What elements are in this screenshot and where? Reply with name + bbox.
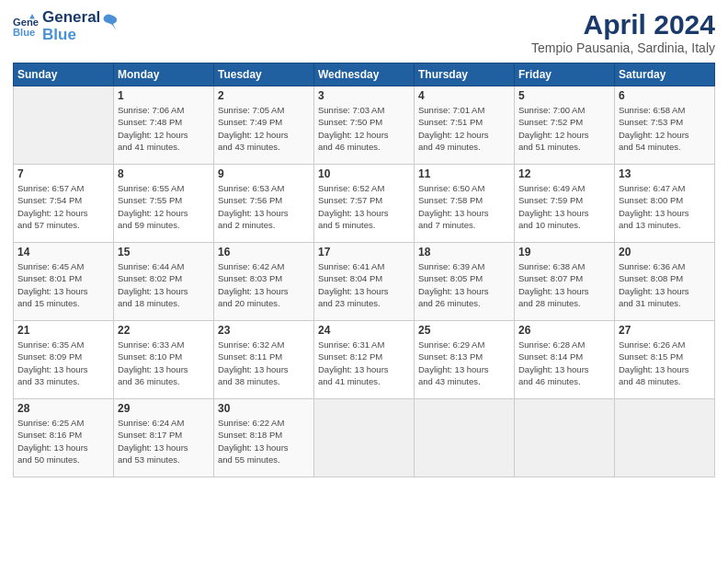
weekday-monday: Monday: [114, 63, 214, 86]
day-number: 4: [418, 89, 510, 102]
calendar-week-3: 14Sunrise: 6:45 AM Sunset: 8:01 PM Dayli…: [14, 243, 715, 321]
calendar-cell: 4Sunrise: 7:01 AM Sunset: 7:51 PM Daylig…: [415, 86, 515, 165]
calendar-cell: 27Sunrise: 6:26 AM Sunset: 8:15 PM Dayli…: [615, 321, 715, 399]
day-info: Sunrise: 7:05 AM Sunset: 7:49 PM Dayligh…: [218, 104, 310, 153]
day-info: Sunrise: 6:26 AM Sunset: 8:15 PM Dayligh…: [619, 339, 711, 387]
day-number: 21: [17, 324, 109, 337]
day-info: Sunrise: 6:33 AM Sunset: 8:10 PM Dayligh…: [118, 339, 210, 387]
day-number: 10: [318, 167, 410, 180]
day-number: 20: [619, 246, 711, 259]
calendar-cell: 7Sunrise: 6:57 AM Sunset: 7:54 PM Daylig…: [14, 165, 114, 243]
svg-text:General: General: [13, 16, 39, 27]
svg-text:Blue: Blue: [13, 26, 35, 37]
calendar-cell: 11Sunrise: 6:50 AM Sunset: 7:58 PM Dayli…: [415, 165, 515, 243]
day-number: 27: [619, 324, 711, 337]
weekday-header-row: SundayMondayTuesdayWednesdayThursdayFrid…: [14, 63, 715, 86]
calendar-week-4: 21Sunrise: 6:35 AM Sunset: 8:09 PM Dayli…: [14, 321, 715, 399]
day-number: 12: [518, 167, 610, 180]
day-number: 13: [619, 167, 711, 180]
logo-line1: General: [42, 9, 100, 27]
calendar-cell: 18Sunrise: 6:39 AM Sunset: 8:05 PM Dayli…: [415, 243, 515, 321]
page-header: General Blue General Blue April 2024 Tem…: [13, 9, 715, 55]
weekday-saturday: Saturday: [615, 63, 715, 86]
logo-bird-icon: [102, 13, 119, 33]
day-number: 22: [118, 324, 210, 337]
day-info: Sunrise: 6:25 AM Sunset: 8:16 PM Dayligh…: [17, 417, 109, 465]
calendar-cell: 3Sunrise: 7:03 AM Sunset: 7:50 PM Daylig…: [314, 86, 415, 165]
calendar-cell: 1Sunrise: 7:06 AM Sunset: 7:48 PM Daylig…: [114, 86, 214, 165]
calendar-cell: 2Sunrise: 7:05 AM Sunset: 7:49 PM Daylig…: [214, 86, 314, 165]
day-info: Sunrise: 6:29 AM Sunset: 8:13 PM Dayligh…: [418, 339, 510, 387]
calendar-cell: 15Sunrise: 6:44 AM Sunset: 8:02 PM Dayli…: [114, 243, 214, 321]
calendar-cell: 12Sunrise: 6:49 AM Sunset: 7:59 PM Dayli…: [515, 165, 615, 243]
day-number: 23: [218, 324, 310, 337]
day-number: 18: [418, 246, 510, 259]
day-info: Sunrise: 6:52 AM Sunset: 7:57 PM Dayligh…: [318, 182, 410, 231]
day-info: Sunrise: 6:28 AM Sunset: 8:14 PM Dayligh…: [518, 339, 610, 387]
calendar-table: SundayMondayTuesdayWednesdayThursdayFrid…: [13, 63, 715, 477]
day-number: 30: [218, 402, 310, 415]
calendar-cell: [314, 399, 415, 477]
calendar-week-1: 1Sunrise: 7:06 AM Sunset: 7:48 PM Daylig…: [14, 86, 715, 165]
calendar-cell: 20Sunrise: 6:36 AM Sunset: 8:08 PM Dayli…: [615, 243, 715, 321]
logo-icon: General Blue: [13, 14, 39, 40]
day-number: 1: [118, 89, 210, 102]
calendar-cell: 5Sunrise: 7:00 AM Sunset: 7:52 PM Daylig…: [515, 86, 615, 165]
logo: General Blue General Blue: [13, 9, 119, 43]
day-info: Sunrise: 6:45 AM Sunset: 8:01 PM Dayligh…: [17, 260, 109, 309]
day-number: 28: [17, 402, 109, 415]
day-info: Sunrise: 7:00 AM Sunset: 7:52 PM Dayligh…: [518, 104, 610, 153]
calendar-cell: [415, 399, 515, 477]
day-number: 9: [218, 167, 310, 180]
calendar-cell: [615, 399, 715, 477]
day-number: 5: [518, 89, 610, 102]
day-info: Sunrise: 6:44 AM Sunset: 8:02 PM Dayligh…: [118, 260, 210, 309]
day-info: Sunrise: 6:38 AM Sunset: 8:07 PM Dayligh…: [518, 260, 610, 309]
day-info: Sunrise: 6:41 AM Sunset: 8:04 PM Dayligh…: [318, 260, 410, 309]
day-number: 7: [17, 167, 109, 180]
day-number: 25: [418, 324, 510, 337]
day-number: 29: [118, 402, 210, 415]
title-block: April 2024 Tempio Pausania, Sardinia, It…: [531, 9, 715, 55]
weekday-friday: Friday: [515, 63, 615, 86]
calendar-cell: 13Sunrise: 6:47 AM Sunset: 8:00 PM Dayli…: [615, 165, 715, 243]
calendar-cell: 23Sunrise: 6:32 AM Sunset: 8:11 PM Dayli…: [214, 321, 314, 399]
day-number: 26: [518, 324, 610, 337]
day-number: 15: [118, 246, 210, 259]
day-number: 14: [17, 246, 109, 259]
day-info: Sunrise: 6:35 AM Sunset: 8:09 PM Dayligh…: [17, 339, 109, 387]
calendar-cell: 22Sunrise: 6:33 AM Sunset: 8:10 PM Dayli…: [114, 321, 214, 399]
calendar-cell: 19Sunrise: 6:38 AM Sunset: 8:07 PM Dayli…: [515, 243, 615, 321]
calendar-cell: [515, 399, 615, 477]
calendar-cell: 25Sunrise: 6:29 AM Sunset: 8:13 PM Dayli…: [415, 321, 515, 399]
day-info: Sunrise: 7:01 AM Sunset: 7:51 PM Dayligh…: [418, 104, 510, 153]
day-info: Sunrise: 6:24 AM Sunset: 8:17 PM Dayligh…: [118, 417, 210, 465]
day-info: Sunrise: 7:06 AM Sunset: 7:48 PM Dayligh…: [118, 104, 210, 153]
day-number: 17: [318, 246, 410, 259]
day-info: Sunrise: 6:42 AM Sunset: 8:03 PM Dayligh…: [218, 260, 310, 309]
day-info: Sunrise: 6:32 AM Sunset: 8:11 PM Dayligh…: [218, 339, 310, 387]
calendar-week-2: 7Sunrise: 6:57 AM Sunset: 7:54 PM Daylig…: [14, 165, 715, 243]
calendar-cell: 29Sunrise: 6:24 AM Sunset: 8:17 PM Dayli…: [114, 399, 214, 477]
day-info: Sunrise: 6:49 AM Sunset: 7:59 PM Dayligh…: [518, 182, 610, 231]
calendar-cell: 21Sunrise: 6:35 AM Sunset: 8:09 PM Dayli…: [14, 321, 114, 399]
day-number: 6: [619, 89, 711, 102]
day-info: Sunrise: 6:58 AM Sunset: 7:53 PM Dayligh…: [619, 104, 711, 153]
day-number: 3: [318, 89, 410, 102]
day-number: 19: [518, 246, 610, 259]
calendar-cell: 8Sunrise: 6:55 AM Sunset: 7:55 PM Daylig…: [114, 165, 214, 243]
weekday-wednesday: Wednesday: [314, 63, 415, 86]
logo-line2: Blue: [42, 27, 100, 44]
day-info: Sunrise: 6:47 AM Sunset: 8:00 PM Dayligh…: [619, 182, 711, 231]
location-subtitle: Tempio Pausania, Sardinia, Italy: [531, 40, 715, 55]
day-number: 8: [118, 167, 210, 180]
calendar-cell: 9Sunrise: 6:53 AM Sunset: 7:56 PM Daylig…: [214, 165, 314, 243]
day-info: Sunrise: 7:03 AM Sunset: 7:50 PM Dayligh…: [318, 104, 410, 153]
day-info: Sunrise: 6:31 AM Sunset: 8:12 PM Dayligh…: [318, 339, 410, 387]
calendar-week-5: 28Sunrise: 6:25 AM Sunset: 8:16 PM Dayli…: [14, 399, 715, 477]
day-number: 2: [218, 89, 310, 102]
calendar-cell: 26Sunrise: 6:28 AM Sunset: 8:14 PM Dayli…: [515, 321, 615, 399]
calendar-cell: 10Sunrise: 6:52 AM Sunset: 7:57 PM Dayli…: [314, 165, 415, 243]
calendar-cell: [14, 86, 114, 165]
day-info: Sunrise: 6:50 AM Sunset: 7:58 PM Dayligh…: [418, 182, 510, 231]
